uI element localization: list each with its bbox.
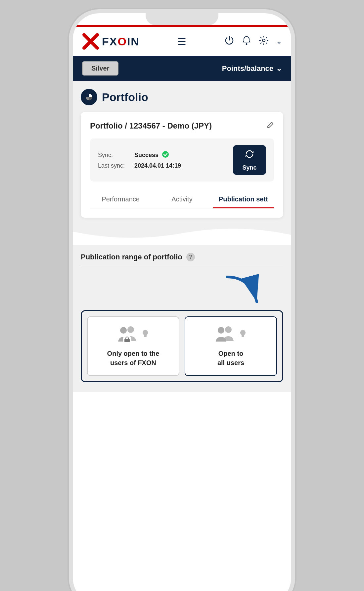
- nav-bar: Silver Points/balance ⌄: [73, 56, 291, 81]
- option-all-label: Open toall users: [217, 349, 244, 367]
- arrow-container: [81, 274, 283, 307]
- portfolio-card: Portfolio / 1234567 - Demo (JPY) Sync: S…: [81, 112, 283, 218]
- sync-check-icon: [162, 151, 169, 160]
- last-sync-row: Last sync: 2024.04.01 14:19: [98, 162, 181, 169]
- help-icon[interactable]: ?: [186, 253, 195, 261]
- bell-icon[interactable]: [242, 35, 251, 48]
- sync-button-icon: [244, 149, 255, 162]
- pub-range-header: Publication range of portfolio ?: [81, 245, 283, 267]
- main-content: Portfolio Portfolio / 1234567 - Demo (JP…: [73, 81, 291, 226]
- chevron-down-icon: ⌄: [276, 64, 282, 73]
- svg-rect-10: [124, 339, 130, 342]
- sync-status-row: Sync: Success: [98, 151, 181, 160]
- svg-point-8: [127, 326, 134, 333]
- sync-info: Sync: Success Last sync: 2024.04.01 14:1…: [98, 151, 181, 169]
- arrow-icon: [224, 274, 263, 307]
- users-open-icon: [214, 325, 235, 344]
- publication-settings-section: Publication range of portfolio ?: [73, 245, 291, 392]
- last-sync-value: 2024.04.01 14:19: [134, 162, 181, 169]
- publication-options: Only open to theusers of FXON: [81, 310, 283, 382]
- logo: FXOIN: [82, 33, 140, 50]
- phone-notch: [146, 13, 218, 25]
- lightbulb-icon-2: [238, 329, 248, 340]
- option-fxon-label: Only open to theusers of FXON: [107, 349, 159, 367]
- tab-activity[interactable]: Activity: [151, 191, 212, 208]
- logo-x-icon: [82, 33, 99, 50]
- svg-point-4: [262, 39, 265, 42]
- portfolio-card-header: Portfolio / 1234567 - Demo (JPY): [90, 121, 274, 131]
- sync-button[interactable]: Sync: [233, 145, 266, 175]
- svg-point-9: [120, 327, 127, 334]
- pub-range-title: Publication range of portfolio: [81, 253, 182, 261]
- hamburger-menu[interactable]: ☰: [177, 36, 186, 47]
- tab-publication[interactable]: Publication sett: [213, 191, 274, 208]
- option-all-icons-row: [214, 325, 248, 344]
- svg-point-6: [162, 151, 169, 158]
- sync-button-label: Sync: [242, 164, 256, 171]
- tab-performance[interactable]: Performance: [90, 191, 151, 208]
- tab-bar: Performance Activity Publication sett: [90, 191, 274, 208]
- settings-icon[interactable]: [259, 35, 269, 48]
- chevron-down-icon[interactable]: ⌄: [276, 37, 282, 46]
- svg-rect-14: [242, 336, 244, 337]
- tier-badge: Silver: [82, 61, 118, 76]
- option-fxon-icons-row: [117, 325, 150, 344]
- wave-separator: [73, 225, 291, 245]
- portfolio-card-title: Portfolio / 1234567 - Demo (JPY): [90, 121, 212, 131]
- sync-value: Success: [134, 152, 159, 159]
- points-balance-button[interactable]: Points/balance ⌄: [222, 64, 282, 73]
- portfolio-section-title: Portfolio: [81, 89, 283, 105]
- logo-text: FXOIN: [102, 35, 140, 48]
- edit-icon[interactable]: [267, 121, 274, 131]
- lightbulb-icon: [141, 329, 150, 340]
- sync-section: Sync: Success Last sync: 2024.04.01 14:1…: [90, 138, 274, 182]
- power-icon[interactable]: [224, 35, 234, 48]
- svg-point-13: [218, 327, 224, 334]
- portfolio-title: Portfolio: [102, 91, 148, 104]
- last-sync-label: Last sync:: [98, 162, 131, 169]
- portfolio-icon: [81, 89, 97, 105]
- header-icons: ⌄: [224, 35, 282, 48]
- svg-point-3: [246, 43, 248, 45]
- sync-label: Sync:: [98, 152, 131, 159]
- option-all-users[interactable]: Open toall users: [185, 316, 277, 376]
- app-header: FXOIN ☰ ⌄: [73, 27, 291, 56]
- option-fxon-only[interactable]: Only open to theusers of FXON: [87, 316, 179, 376]
- users-locked-icon: [117, 325, 137, 344]
- svg-point-12: [225, 326, 232, 333]
- phone-frame: FXOIN ☰ ⌄: [73, 13, 291, 591]
- lock-badge: [123, 335, 131, 345]
- svg-rect-11: [144, 336, 147, 337]
